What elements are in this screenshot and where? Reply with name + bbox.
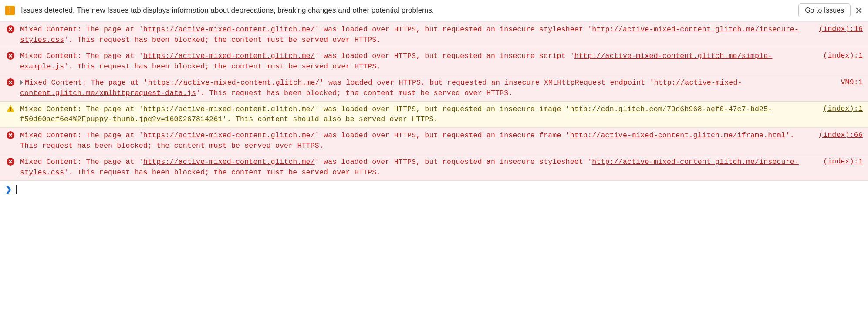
console-message: Mixed Content: The page at 'https://acti… [20,157,821,178]
error-icon [3,130,17,139]
source-link[interactable]: (index):16 [819,24,863,33]
console-row: Mixed Content: The page at 'https://acti… [0,22,868,48]
console-row: Mixed Content: The page at 'https://acti… [0,48,868,75]
source-link[interactable]: (index):1 [823,104,863,113]
message-text: Mixed Content: The page at ' [20,131,143,139]
prompt-caret-icon: ❯ [5,184,12,194]
message-text: '. This request has been blocked; the co… [64,168,381,177]
message-text: Mixed Content: The page at ' [25,78,148,87]
console-message: Mixed Content: The page at 'https://acti… [20,104,821,125]
message-text: ' was loaded over HTTPS, but requested a… [315,131,570,139]
source-link[interactable]: (index):1 [823,157,863,166]
issues-bar: Issues detected. The new Issues tab disp… [0,0,868,21]
console-row: Mixed Content: The page at 'https://acti… [0,154,868,181]
message-text: ' was loaded over HTTPS, but requested a… [315,158,592,166]
close-icon[interactable] [855,7,863,14]
message-text: '. This request has been blocked; the co… [196,89,513,97]
prompt-cursor [16,185,17,194]
console-message: Mixed Content: The page at 'https://acti… [20,24,816,45]
console-message: Mixed Content: The page at 'https://acti… [20,78,838,99]
source-link[interactable]: VM9:1 [841,78,863,86]
page-url-link[interactable]: https://active-mixed-content.glitch.me/ [143,105,315,113]
page-url-link[interactable]: https://active-mixed-content.glitch.me/ [143,158,315,166]
resource-url-link[interactable]: http://active-mixed-content.glitch.me/if… [570,131,786,139]
message-text: '. This request has been blocked; the co… [64,62,381,71]
console-row: Mixed Content: The page at 'https://acti… [0,128,868,154]
message-text: ' was loaded over HTTPS, but requested a… [315,105,570,113]
message-text: '. This content should also be served ov… [223,115,438,123]
issues-icon [5,6,15,15]
message-text: Mixed Content: The page at ' [20,25,143,34]
page-url-link[interactable]: https://active-mixed-content.glitch.me/ [148,78,320,87]
page-url-link[interactable]: https://active-mixed-content.glitch.me/ [143,52,315,60]
error-icon [3,78,17,86]
console-message: Mixed Content: The page at 'https://acti… [20,51,821,72]
message-text: ' was loaded over HTTPS, but requested a… [315,52,574,60]
error-icon [3,24,17,33]
go-to-issues-button[interactable]: Go to Issues [798,3,851,17]
console-messages: Mixed Content: The page at 'https://acti… [0,21,868,181]
issues-actions: Go to Issues [798,3,863,17]
page-url-link[interactable]: https://active-mixed-content.glitch.me/ [143,131,315,139]
page-url-link[interactable]: https://active-mixed-content.glitch.me/ [143,25,315,34]
error-icon [3,51,17,60]
error-icon [3,157,17,166]
issues-text: Issues detected. The new Issues tab disp… [21,6,792,15]
message-text: ' was loaded over HTTPS, but requested a… [320,78,654,87]
message-text: Mixed Content: The page at ' [20,158,143,166]
message-text: ' was loaded over HTTPS, but requested a… [315,25,592,34]
console-message: Mixed Content: The page at 'https://acti… [20,130,816,151]
console-prompt[interactable]: ❯ [0,181,868,197]
source-link[interactable]: (index):66 [819,130,863,139]
message-text: '. This request has been blocked; the co… [64,36,381,44]
source-link[interactable]: (index):1 [823,51,863,60]
message-text: Mixed Content: The page at ' [20,105,143,113]
warning-icon [3,104,17,112]
expand-caret-icon[interactable] [20,80,23,85]
console-row: Mixed Content: The page at 'https://acti… [0,102,868,128]
message-text: Mixed Content: The page at ' [20,52,143,60]
console-row: Mixed Content: The page at 'https://acti… [0,75,868,102]
